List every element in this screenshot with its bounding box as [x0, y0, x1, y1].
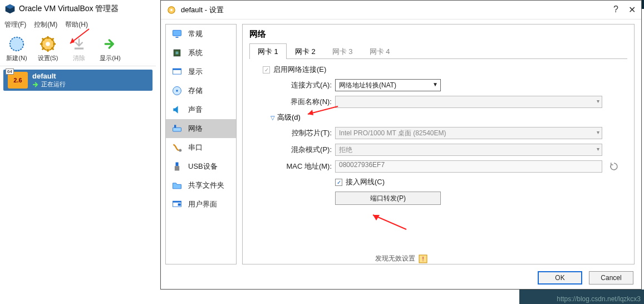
invalid-settings-text: 发现无效设置 — [375, 254, 415, 263]
dialog-body: 常规 系统 显示 存储 声音 网络 — [161, 19, 641, 264]
svg-point-2 — [10, 37, 23, 51]
new-button[interactable]: 新建(N) — [1, 35, 32, 62]
dialog-title: default - 设置 — [181, 5, 613, 15]
cable-row: ✓ 接入网线(C) — [252, 177, 625, 187]
tab-adapter-2[interactable]: 网卡 2 — [287, 43, 324, 59]
attach-value: 网络地址转换(NAT) — [339, 81, 396, 90]
category-shared[interactable]: 共享文件夹 — [166, 176, 236, 195]
show-button[interactable]: 显示(H) — [95, 35, 126, 62]
category-ui[interactable]: 用户界面 — [166, 195, 236, 214]
chevron-down-icon: ▾ — [597, 129, 599, 135]
chip-row: 控制芯片(T): Intel PRO/1000 MT 桌面 (82540EM) … — [252, 127, 625, 139]
main-window-title: Oracle VM VirtualBox 管理器 — [19, 4, 119, 14]
vm-os-icon: 64 2.6 — [8, 72, 28, 89]
category-serial[interactable]: 串口 — [166, 138, 236, 157]
virtualbox-logo-icon — [4, 3, 16, 14]
discard-button[interactable]: 清除 — [63, 35, 95, 62]
chevron-down-icon: ▾ — [597, 146, 599, 152]
svg-rect-21 — [173, 68, 181, 70]
category-storage[interactable]: 存储 — [166, 81, 236, 100]
category-audio[interactable]: 声音 — [166, 100, 236, 119]
promisc-label: 混杂模式(P): — [271, 145, 332, 155]
triangle-down-icon: ▽ — [271, 115, 275, 121]
ok-button[interactable]: OK — [538, 271, 582, 285]
section-title: 网络 — [249, 29, 627, 40]
promisc-value: 拒绝 — [339, 145, 352, 155]
adapter-tabs: 网卡 1 网卡 2 网卡 3 网卡 4 — [249, 43, 627, 59]
chip-label: 控制芯片(T): — [271, 128, 332, 138]
dialog-gear-icon — [166, 5, 176, 15]
running-arrow-icon — [32, 81, 39, 88]
category-label: USB设备 — [188, 161, 218, 171]
chip-icon — [171, 47, 183, 58]
attach-row: 连接方式(A): 网络地址转换(NAT) ▼ — [252, 79, 625, 91]
dialog-buttons: OK Cancel — [538, 271, 633, 285]
show-button-label: 显示(H) — [100, 54, 120, 62]
category-label: 声音 — [188, 105, 203, 115]
port-forwarding-button[interactable]: 端口转发(P) — [335, 192, 441, 205]
category-label: 常规 — [188, 29, 203, 39]
watermark: https://blog.csdn.net/lqzkcx3 — [557, 295, 641, 303]
advanced-label: 高级(d) — [277, 112, 301, 122]
svg-point-15 — [170, 9, 173, 11]
cancel-button[interactable]: Cancel — [589, 271, 633, 285]
disk-icon — [171, 85, 183, 96]
enable-network-checkbox[interactable]: ✓ — [263, 66, 270, 73]
settings-button[interactable]: 设置(S) — [32, 35, 63, 62]
chip-combo: Intel PRO/1000 MT 桌面 (82540EM) ▾ — [335, 127, 602, 139]
usb-icon — [171, 161, 183, 172]
monitor-icon — [171, 28, 183, 40]
tab-adapter-1[interactable]: 网卡 1 — [249, 43, 287, 59]
category-network[interactable]: 网络 — [166, 119, 236, 138]
category-label: 显示 — [188, 67, 203, 77]
main-window-titlebar: Oracle VM VirtualBox 管理器 — [0, 0, 156, 18]
close-icon[interactable]: ✕ — [628, 4, 636, 15]
mac-value: 080027936EF7 — [339, 161, 385, 169]
advanced-toggle[interactable]: ▽ 高级(d) — [271, 112, 301, 122]
vm-item-default[interactable]: 64 2.6 default 正在运行 — [3, 70, 153, 91]
category-label: 共享文件夹 — [188, 180, 224, 190]
main-menu-bar: 管理(F) 控制(M) 帮助(H) — [0, 18, 156, 33]
enable-network-row: ✓ 启用网络连接(E) — [252, 65, 625, 75]
warning-icon: ! — [419, 254, 427, 263]
category-display[interactable]: 显示 — [166, 62, 236, 81]
menu-file[interactable]: 管理(F) — [4, 20, 26, 30]
vm-status: 正在运行 — [32, 80, 66, 89]
network-form: ✓ 启用网络连接(E) 连接方式(A): 网络地址转换(NAT) ▼ 界面名称(… — [249, 59, 627, 212]
cable-label: 接入网线(C) — [346, 177, 385, 187]
refresh-icon[interactable] — [609, 161, 619, 171]
mac-input[interactable]: 080027936EF7 — [335, 160, 602, 173]
display-icon — [171, 66, 183, 77]
svg-rect-13 — [75, 48, 83, 50]
svg-rect-16 — [173, 30, 181, 36]
category-list: 常规 系统 显示 存储 声音 网络 — [165, 24, 237, 264]
category-label: 网络 — [188, 124, 203, 134]
folder-icon — [171, 180, 183, 191]
cable-checkbox[interactable]: ✓ — [335, 179, 342, 186]
network-icon — [171, 123, 183, 134]
portfwd-row: 端口转发(P) — [252, 192, 625, 205]
help-icon[interactable]: ? — [613, 4, 618, 15]
tab-adapter-3[interactable]: 网卡 3 — [324, 43, 361, 59]
attach-combo[interactable]: 网络地址转换(NAT) ▼ — [335, 79, 441, 91]
category-system[interactable]: 系统 — [166, 43, 236, 62]
content-frame: 网络 网卡 1 网卡 2 网卡 3 网卡 4 ✓ 启用网络连接(E) 连接方式(… — [242, 24, 635, 264]
category-general[interactable]: 常规 — [166, 24, 236, 43]
promisc-combo: 拒绝 ▾ — [335, 144, 602, 156]
category-usb[interactable]: USB设备 — [166, 157, 236, 176]
tab-adapter-4[interactable]: 网卡 4 — [361, 43, 399, 59]
svg-rect-24 — [173, 128, 181, 131]
svg-rect-17 — [176, 37, 179, 38]
svg-rect-25 — [174, 125, 176, 128]
advanced-toggle-row: ▽ 高级(d) — [252, 112, 625, 122]
chevron-down-icon: ▾ — [597, 98, 599, 104]
new-button-label: 新建(N) — [6, 54, 27, 62]
menu-help[interactable]: 帮助(H) — [65, 20, 88, 30]
main-toolbar: 新建(N) 设置(S) 清除 显示(H) — [0, 33, 156, 66]
category-label: 存储 — [188, 86, 203, 96]
category-label: 串口 — [188, 143, 203, 153]
vm-name: default — [32, 72, 66, 80]
attach-label: 连接方式(A): — [271, 80, 332, 90]
discard-button-label: 清除 — [73, 54, 85, 62]
menu-control[interactable]: 控制(M) — [34, 20, 57, 30]
